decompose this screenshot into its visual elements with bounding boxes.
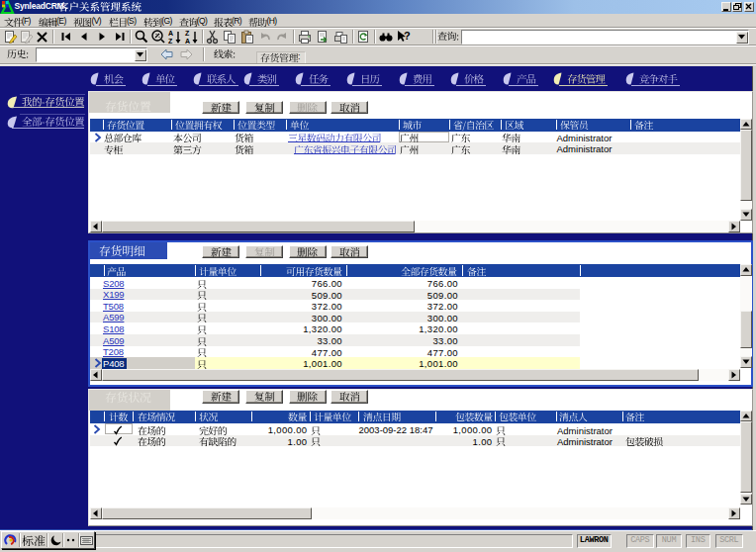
svg-text:A: A — [185, 38, 190, 45]
svg-text:?: ? — [404, 30, 411, 42]
svg-text:A: A — [168, 30, 173, 37]
svg-text:Z: Z — [168, 38, 173, 45]
svg-text:Z: Z — [185, 30, 190, 37]
